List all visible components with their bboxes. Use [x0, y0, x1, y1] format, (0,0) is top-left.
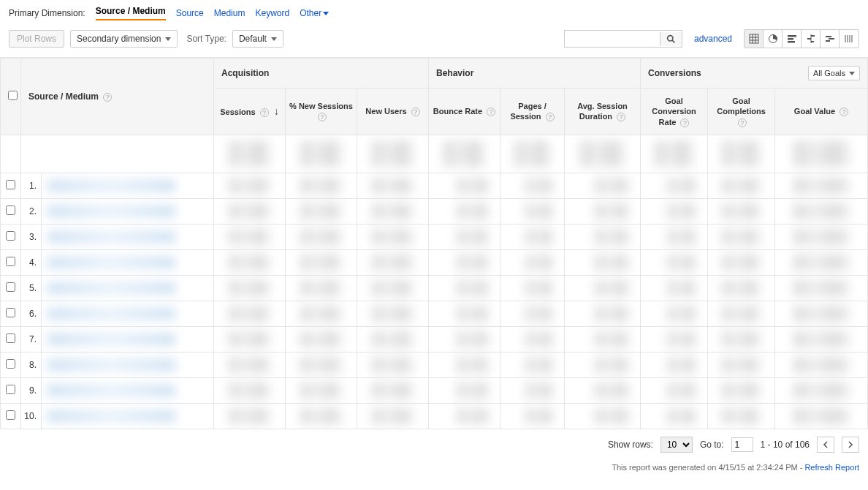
- col-sessions[interactable]: Sessions ? ↓: [214, 88, 286, 135]
- go-to-input[interactable]: [731, 437, 753, 452]
- row-checkbox[interactable]: [6, 308, 15, 317]
- search-button[interactable]: [660, 32, 682, 46]
- help-icon[interactable]: ?: [487, 108, 495, 116]
- row-dimension-cell[interactable]: [42, 352, 214, 377]
- metric-cell: [708, 301, 775, 326]
- refresh-report-link[interactable]: Refresh Report: [804, 463, 859, 472]
- dimension-tab-keyword[interactable]: Keyword: [255, 8, 289, 18]
- show-rows-select[interactable]: 10: [660, 437, 693, 453]
- search-input[interactable]: [565, 31, 660, 47]
- chevron-right-icon: [848, 441, 853, 448]
- metric-cell: [708, 224, 775, 249]
- dimension-column-header[interactable]: Source / Medium ?: [21, 59, 214, 135]
- show-rows-label: Show rows:: [608, 440, 653, 450]
- view-pie-button[interactable]: [764, 30, 783, 48]
- metric-cell: [214, 403, 286, 429]
- col-bounce-rate[interactable]: Bounce Rate ?: [429, 88, 500, 135]
- row-dimension-cell[interactable]: [42, 224, 214, 249]
- metric-cell: [286, 275, 357, 301]
- row-dimension-cell[interactable]: [42, 326, 214, 352]
- view-table-button[interactable]: [745, 30, 764, 48]
- metric-cell: [708, 198, 775, 224]
- metric-cell: [565, 173, 641, 198]
- help-icon[interactable]: ?: [617, 113, 625, 121]
- select-all-checkbox[interactable]: [8, 91, 18, 100]
- metric-cell: [429, 198, 500, 224]
- help-icon[interactable]: ?: [840, 108, 848, 116]
- col-completions[interactable]: Goal Completions ?: [708, 88, 775, 135]
- view-mode-group: [744, 29, 859, 48]
- row-checkbox[interactable]: [6, 206, 15, 215]
- col-avg-duration[interactable]: Avg. Session Duration ?: [565, 88, 641, 135]
- secondary-dimension-dropdown[interactable]: Secondary dimension: [70, 30, 178, 48]
- row-checkbox[interactable]: [6, 282, 15, 292]
- row-dimension-cell[interactable]: [42, 275, 214, 301]
- metric-cell: [357, 249, 429, 275]
- next-page-button[interactable]: [842, 437, 859, 453]
- row-dimension-cell[interactable]: [42, 249, 214, 275]
- metric-cell: [286, 326, 357, 352]
- view-term-cloud-button[interactable]: [821, 30, 840, 48]
- advanced-link[interactable]: advanced: [694, 34, 732, 44]
- metric-cell: [357, 173, 429, 198]
- view-bar-button[interactable]: [783, 30, 802, 48]
- col-pct-new-sessions[interactable]: % New Sessions ?: [286, 88, 357, 135]
- help-icon[interactable]: ?: [738, 118, 747, 127]
- table-search: [564, 30, 682, 48]
- metric-cell: [775, 224, 868, 249]
- svg-rect-13: [807, 38, 811, 39]
- svg-rect-10: [788, 41, 795, 43]
- col-goal-value[interactable]: Goal Value ?: [775, 88, 868, 135]
- pivot-icon: [844, 34, 854, 44]
- row-checkbox[interactable]: [6, 333, 15, 343]
- metric-cell: [500, 377, 565, 403]
- row-dimension-cell[interactable]: [42, 377, 214, 403]
- view-pivot-button[interactable]: [840, 30, 859, 48]
- row-checkbox[interactable]: [6, 359, 15, 369]
- row-checkbox[interactable]: [6, 180, 15, 189]
- sort-type-dropdown[interactable]: Default: [232, 30, 283, 48]
- prev-page-button[interactable]: [817, 437, 834, 453]
- row-checkbox[interactable]: [6, 385, 15, 394]
- metric-cell: [429, 301, 500, 326]
- dimension-tab-medium[interactable]: Medium: [214, 8, 245, 18]
- metric-cell: [214, 198, 286, 224]
- col-pages-session[interactable]: Pages / Session ?: [500, 88, 565, 135]
- plot-rows-button[interactable]: Plot Rows: [9, 30, 64, 48]
- help-icon[interactable]: ?: [103, 93, 112, 102]
- col-conv-rate[interactable]: Goal Conversion Rate ?: [641, 88, 708, 135]
- row-dimension-cell[interactable]: [42, 403, 214, 429]
- metric-cell: [357, 352, 429, 377]
- table-row: 10.: [1, 403, 868, 429]
- row-number: 6.: [21, 301, 42, 326]
- metric-cell: [775, 198, 868, 224]
- report-table: Source / Medium ? Acquisition Behavior C…: [0, 58, 868, 429]
- row-dimension-cell[interactable]: [42, 301, 214, 326]
- row-checkbox[interactable]: [6, 257, 15, 266]
- svg-rect-15: [826, 36, 831, 37]
- metric-cell: [357, 224, 429, 249]
- metric-cell: [357, 301, 429, 326]
- help-icon[interactable]: ?: [546, 113, 555, 121]
- go-to-label: Go to:: [700, 440, 724, 450]
- dimension-tab-other[interactable]: Other: [300, 8, 329, 18]
- help-icon[interactable]: ?: [318, 113, 327, 121]
- row-dimension-cell[interactable]: [42, 173, 214, 198]
- metric-cell: [214, 301, 286, 326]
- help-icon[interactable]: ?: [680, 118, 689, 127]
- help-icon[interactable]: ?: [411, 108, 420, 116]
- metric-cell: [565, 326, 641, 352]
- row-checkbox[interactable]: [6, 231, 15, 241]
- help-icon[interactable]: ?: [260, 108, 269, 117]
- primary-dimension-bar: Primary Dimension: Source / Medium Sourc…: [0, 0, 868, 23]
- goals-dropdown[interactable]: All Goals: [808, 66, 860, 80]
- metric-cell: [429, 224, 500, 249]
- view-comparison-button[interactable]: [802, 30, 821, 48]
- dimension-tab-source[interactable]: Source: [176, 8, 204, 18]
- dimension-tab-source-medium[interactable]: Source / Medium: [96, 6, 166, 20]
- row-number: 5.: [21, 275, 42, 301]
- row-checkbox[interactable]: [6, 410, 15, 420]
- row-dimension-cell[interactable]: [42, 198, 214, 224]
- svg-rect-17: [826, 40, 830, 42]
- col-new-users[interactable]: New Users ?: [357, 88, 429, 135]
